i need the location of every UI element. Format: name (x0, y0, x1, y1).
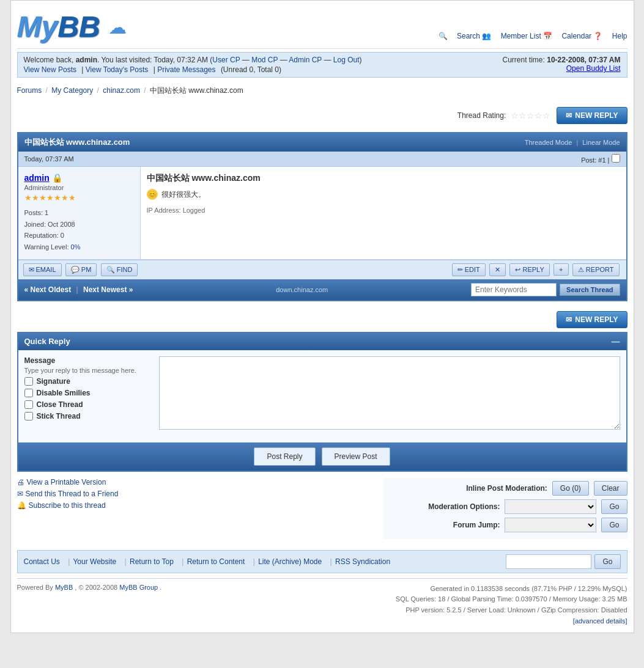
new-reply-icon-bottom: ✉ (566, 315, 572, 324)
next-newest-link[interactable]: Next Newest » (83, 285, 133, 294)
mod-cp-link[interactable]: Mod CP (251, 56, 278, 64)
plus-icon: + (559, 266, 563, 273)
author-stats: Posts: 1 Joined: Oct 2008 Reputation: 0 … (24, 207, 134, 253)
welcome-bar: Welcome back, admin. You last visited: T… (17, 52, 627, 78)
your-website-link[interactable]: Your Website (73, 557, 116, 566)
preview-post-button[interactable]: Preview Post (322, 447, 390, 466)
email-icon: ✉ (29, 266, 34, 274)
current-time-label: Current time: (503, 56, 545, 64)
breadcrumb-forums[interactable]: Forums (17, 86, 42, 95)
mod-options-go-button[interactable]: Go (601, 499, 627, 514)
forum-jump-select[interactable] (505, 518, 596, 532)
disable-smilies-option: Disable Smilies (24, 389, 153, 397)
delete-button[interactable]: ✕ (489, 263, 506, 276)
breadcrumb-site[interactable]: chinaz.com (103, 86, 140, 95)
inline-mod-go-button[interactable]: Go (0) (552, 481, 589, 496)
signature-label[interactable]: Signature (37, 377, 70, 386)
bottom-navigation: Contact Us | Your Website | Return to To… (17, 550, 627, 573)
return-to-top-link[interactable]: Return to Top (130, 557, 174, 566)
send-thread-link[interactable]: ✉ Send this Thread to a Friend (17, 490, 119, 498)
thread-container: 中国站长站 www.chinaz.com Threaded Mode | Lin… (17, 132, 627, 301)
linear-mode-link[interactable]: Linear Mode (582, 139, 620, 146)
private-messages-link[interactable]: Private Messages (157, 65, 215, 74)
threaded-mode-link[interactable]: Threaded Mode (525, 139, 572, 146)
close-thread-option: Close Thread (24, 400, 153, 409)
signature-checkbox[interactable] (24, 377, 33, 386)
contact-us-link[interactable]: Contact Us (24, 557, 60, 566)
bottom-search-go-button[interactable]: Go (594, 554, 620, 569)
mybb-link[interactable]: MyBB (55, 584, 73, 591)
post-body-col: 中国站长站 www.chinaz.com 😊 很好很强大。 IP Address… (141, 167, 626, 259)
email-button[interactable]: ✉ EMAIL (23, 263, 62, 276)
quick-reply-label-col: Message Type your reply to this message … (24, 356, 153, 431)
author-link[interactable]: admin (24, 173, 50, 183)
nav-promo: down.chinaz.com (276, 286, 328, 293)
lite-mode-link[interactable]: Lite (Archive) Mode (258, 557, 322, 566)
nav-search[interactable]: Search (457, 32, 480, 40)
breadcrumb-category[interactable]: My Category (51, 86, 93, 95)
disable-smilies-label[interactable]: Disable Smilies (37, 389, 91, 397)
post-reply-button[interactable]: Post Reply (254, 447, 315, 466)
footer-left: Powered By MyBB , © 2002-2008 MyBB Group… (17, 584, 162, 591)
quick-reply-body: Message Type your reply to this message … (18, 350, 626, 442)
view-todays-posts-link[interactable]: View Today's Posts (86, 65, 149, 74)
nav-member-list[interactable]: Member List (501, 32, 541, 40)
next-oldest-link[interactable]: « Next Oldest (24, 285, 72, 294)
rss-link[interactable]: RSS Syndication (335, 557, 390, 566)
return-content-link[interactable]: Return to Content (187, 557, 245, 566)
inline-mod-row: Inline Post Moderation: Go (0) Clear (383, 481, 627, 496)
welcome-text: Welcome back, admin. You last visited: T… (24, 56, 362, 64)
view-new-posts-link[interactable]: View New Posts (24, 65, 76, 74)
disable-smilies-checkbox[interactable] (24, 389, 33, 397)
mybb-group-link[interactable]: MyBB Group (119, 584, 158, 591)
stick-thread-label[interactable]: Stick Thread (37, 412, 81, 420)
quick-reply-minimize[interactable]: — (612, 337, 620, 347)
printable-version-link[interactable]: 🖨 View a Printable Version (17, 478, 119, 486)
logo-my: My (17, 10, 58, 43)
post-number: Post: #1 (581, 156, 605, 164)
footer-links: 🖨 View a Printable Version ✉ Send this T… (17, 478, 119, 539)
mod-options-label: Moderation Options: (428, 502, 500, 511)
report-button[interactable]: ⚠ REPORT (572, 263, 620, 276)
warning-link[interactable]: 0% (71, 243, 81, 251)
thread-search-input[interactable] (471, 283, 557, 296)
post-content-row: admin 🔒 Administrator ★★★★★★★ Posts: 1 J… (18, 167, 626, 260)
footer-advanced: [advanced details] (17, 616, 627, 627)
find-button[interactable]: 🔍 FIND (101, 263, 138, 276)
forum-jump-go-button[interactable]: Go (601, 518, 627, 532)
author-reputation: Reputation: 0 (24, 230, 134, 241)
new-reply-button-top[interactable]: ✉ NEW REPLY (557, 107, 627, 124)
advanced-details-link[interactable]: [advanced details] (573, 617, 627, 625)
quick-reply-options: Signature Disable Smilies Close Thread (24, 377, 153, 420)
post-select-checkbox[interactable] (612, 154, 620, 163)
help-icon: ❓ (593, 32, 602, 40)
quick-reply-textarea[interactable] (159, 356, 620, 430)
new-reply-button-bottom[interactable]: ✉ NEW REPLY (557, 311, 627, 328)
pm-button[interactable]: 💬 PM (65, 263, 97, 276)
nav-help[interactable]: Help (612, 32, 627, 40)
author-posts: Posts: 1 (24, 207, 134, 219)
page-footer: Powered By MyBB , © 2002-2008 MyBB Group… (17, 578, 627, 626)
edit-button[interactable]: ✏ EDIT (452, 263, 486, 276)
open-buddy-link[interactable]: Open Buddy List (566, 64, 621, 73)
top-navigation: 🔍 Search 👥 Member List 📅 Calendar ❓ Help (439, 29, 627, 43)
reply-button[interactable]: ↩ REPLY (509, 263, 549, 276)
admin-cp-link[interactable]: Admin CP (289, 56, 322, 64)
welcome-right: Current time: 10-22-2008, 07:37 AM Open … (503, 56, 621, 74)
plus-button[interactable]: + (553, 263, 568, 276)
bottom-search-input[interactable] (506, 554, 591, 569)
inline-mod-clear-button[interactable]: Clear (594, 481, 627, 496)
reply-icon: ↩ (515, 266, 520, 274)
mod-options-select[interactable] (505, 499, 596, 514)
stick-thread-checkbox[interactable] (24, 412, 33, 420)
author-role: Administrator (24, 184, 134, 191)
nav-calendar[interactable]: Calendar (561, 32, 591, 40)
log-out-link[interactable]: Log Out (333, 56, 360, 64)
subscribe-link[interactable]: 🔔 Subscribe to this thread (17, 501, 119, 510)
close-thread-label[interactable]: Close Thread (37, 400, 83, 409)
thread-search-button[interactable]: Search Thread (560, 284, 620, 296)
user-cp-link[interactable]: User CP (212, 56, 240, 64)
author-name: admin 🔒 (24, 173, 134, 183)
close-thread-checkbox[interactable] (24, 400, 33, 409)
rating-stars: ☆☆☆☆☆ (511, 111, 550, 120)
